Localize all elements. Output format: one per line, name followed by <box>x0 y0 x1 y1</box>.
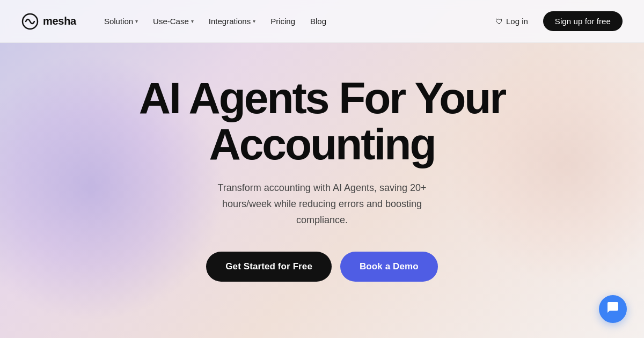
chat-icon <box>606 301 619 317</box>
navbar-left: mesha Solution ▾ Use-Case ▾ Integrations… <box>21 12 333 30</box>
login-label: Log in <box>506 17 528 26</box>
login-button[interactable]: 🛡 Log in <box>487 12 537 30</box>
nav-solution-label: Solution <box>104 17 133 26</box>
nav-item-integrations[interactable]: Integrations ▾ <box>202 12 262 30</box>
navbar-right: 🛡 Log in Sign up for free <box>487 11 623 31</box>
nav-pricing-label: Pricing <box>270 17 295 26</box>
hero-section: AI Agents For Your Accounting Transform … <box>0 43 644 303</box>
nav-links: Solution ▾ Use-Case ▾ Integrations ▾ Pri… <box>98 12 333 30</box>
shield-icon: 🛡 <box>495 17 503 26</box>
logo[interactable]: mesha <box>21 13 76 30</box>
logo-icon <box>21 13 39 30</box>
chevron-down-icon: ▾ <box>253 18 255 24</box>
nav-item-pricing[interactable]: Pricing <box>264 12 302 30</box>
nav-item-usecase[interactable]: Use-Case ▾ <box>147 12 200 30</box>
chat-bubble-button[interactable] <box>599 295 627 323</box>
nav-usecase-label: Use-Case <box>153 17 189 26</box>
nav-integrations-label: Integrations <box>209 17 251 26</box>
get-started-button[interactable]: Get Started for Free <box>206 252 332 282</box>
nav-item-solution[interactable]: Solution ▾ <box>98 12 144 30</box>
navbar: mesha Solution ▾ Use-Case ▾ Integrations… <box>0 0 644 43</box>
logo-text: mesha <box>43 15 76 27</box>
hero-subtitle: Transform accounting with AI Agents, sav… <box>207 180 437 228</box>
book-demo-button[interactable]: Book a Demo <box>340 252 438 282</box>
chevron-down-icon: ▾ <box>191 18 194 24</box>
hero-buttons: Get Started for Free Book a Demo <box>206 252 437 282</box>
nav-blog-label: Blog <box>310 17 326 26</box>
hero-title: AI Agents For Your Accounting <box>80 75 564 167</box>
nav-item-blog[interactable]: Blog <box>304 12 333 30</box>
chevron-down-icon: ▾ <box>135 18 138 24</box>
signup-button[interactable]: Sign up for free <box>543 11 623 31</box>
page-wrapper: mesha Solution ▾ Use-Case ▾ Integrations… <box>0 0 644 338</box>
